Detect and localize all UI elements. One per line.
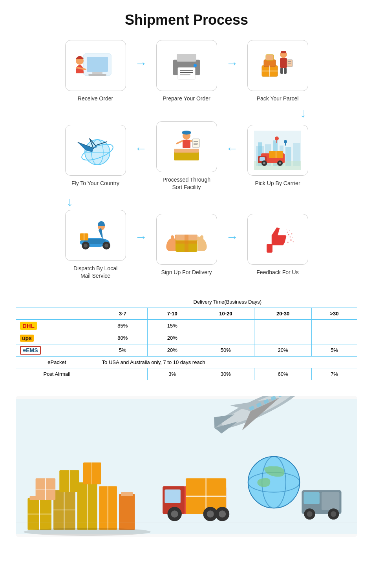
pick-carrier-icon [254, 131, 301, 170]
pack-parcel-icon [254, 46, 301, 85]
svg-rect-22 [266, 55, 274, 60]
arrow-right-3: → [135, 230, 147, 244]
dhl-20-30 [254, 319, 312, 332]
svg-point-87 [287, 242, 289, 243]
svg-point-89 [286, 229, 287, 229]
svg-point-110 [171, 510, 178, 517]
svg-point-121 [331, 511, 336, 517]
svg-rect-116 [304, 492, 319, 504]
step-label-prepare: Prepare Your Order [163, 95, 210, 103]
ups-20-30 [254, 332, 312, 344]
airmail-30plus: 7% [312, 368, 357, 380]
process-row-1: Receive Order → [16, 40, 357, 103]
delivery-table: Delivery Time(Business Days) 3-7 7-10 10… [16, 296, 357, 380]
svg-point-57 [279, 162, 281, 164]
ups-3-7: 80% [98, 332, 147, 344]
svg-point-142 [24, 528, 151, 536]
ems-7-10: 20% [147, 344, 197, 356]
step-pack-parcel: Pack Your Parcel [242, 40, 313, 103]
svg-point-88 [293, 241, 294, 242]
ems-20-30: 20% [254, 344, 312, 356]
dispatch-mail-icon [72, 216, 119, 255]
table-col-30plus: >30 [312, 308, 357, 319]
epacket-note: To USA and Australia only, 7 to 10 days … [98, 356, 357, 368]
ems-10-20: 50% [197, 344, 254, 356]
table-col-10-20: 10-20 [197, 308, 254, 319]
table-col-carrier [16, 308, 98, 319]
ups-30plus [312, 332, 357, 344]
carrier-epacket: ePacket [16, 356, 98, 368]
step-box-dispatch [65, 210, 126, 261]
table-row-dhl: DHL 85% 15% [16, 319, 357, 332]
dhl-3-7: 85% [98, 319, 147, 332]
svg-point-85 [291, 233, 293, 234]
table-col-3-7: 3-7 [98, 308, 147, 319]
ups-logo: ups [20, 335, 34, 342]
fly-country-icon [72, 131, 119, 170]
svg-rect-6 [177, 54, 196, 62]
svg-point-55 [263, 162, 265, 164]
feedback-icon [254, 220, 301, 259]
svg-rect-79 [267, 244, 272, 253]
arrow-left-1: → [135, 141, 147, 156]
svg-rect-1 [87, 57, 108, 72]
svg-point-80 [288, 234, 289, 235]
carrier-dhl: DHL [16, 319, 98, 332]
dhl-30plus [312, 319, 357, 332]
arrow-down-wrapper-1: ↓ [16, 107, 357, 119]
table-row-epacket: ePacket To USA and Australia only, 7 to … [16, 356, 357, 368]
carrier-ems: ≡EMS [16, 344, 98, 356]
ups-7-10: 20% [147, 332, 197, 344]
ems-3-7: 5% [98, 344, 147, 356]
process-section: Receive Order → [16, 40, 357, 280]
step-label-receive: Receive Order [78, 95, 113, 103]
svg-point-11 [194, 64, 197, 67]
table-header-title: Delivery Time(Business Days) [98, 296, 357, 308]
svg-rect-14 [280, 58, 287, 68]
table-row-ems: ≡EMS 5% 20% 50% 20% 5% [16, 344, 357, 356]
svg-rect-69 [171, 235, 174, 241]
svg-rect-13 [281, 51, 286, 53]
arrow-down-1: ↓ [300, 107, 306, 119]
svg-rect-35 [174, 149, 199, 153]
svg-rect-76 [176, 241, 197, 244]
svg-point-59 [284, 140, 287, 143]
page-title: Shipment Process [16, 12, 357, 28]
carrier-airmail: Post Airmail [16, 368, 98, 380]
svg-point-119 [307, 511, 313, 517]
step-fly-country: Fly To Your Country [60, 125, 131, 188]
svg-rect-16 [284, 68, 287, 74]
ems-logo: ≡EMS [20, 346, 41, 355]
table-row-airmail: Post Airmail 3% 30% 60% 7% [16, 368, 357, 380]
arrow-left-2: → [226, 141, 238, 156]
page-wrapper: Shipment Process [0, 0, 373, 553]
svg-point-112 [207, 510, 214, 517]
table-col-7-10: 7-10 [147, 308, 197, 319]
step-pick-carrier: Pick Up By Carrier [242, 125, 313, 188]
dhl-logo: DHL [20, 322, 37, 330]
step-feedback: Feedback For Us [242, 214, 313, 277]
table-header-carrier [16, 296, 98, 308]
arrow-right-2: → [226, 56, 238, 71]
step-box-fly [65, 125, 126, 176]
sign-delivery-icon [163, 220, 210, 259]
delivery-table-section: Delivery Time(Business Days) 3-7 7-10 10… [16, 296, 357, 380]
svg-rect-134 [121, 492, 133, 496]
svg-rect-3 [88, 74, 106, 76]
prepare-order-icon [163, 46, 210, 85]
table-row-ups: ups 80% 20% [16, 332, 357, 344]
svg-point-83 [290, 239, 292, 241]
step-sign-delivery: Sign Up For Delivery [151, 214, 222, 277]
table-col-20-30: 20-30 [254, 308, 312, 319]
svg-rect-15 [280, 68, 283, 74]
dhl-7-10: 15% [147, 319, 197, 332]
carrier-ups: ups [16, 332, 98, 344]
svg-rect-133 [119, 494, 135, 530]
svg-point-82 [287, 231, 288, 233]
step-dispatch-mail: Dispatch By LocalMail Service [60, 210, 131, 280]
svg-rect-7 [178, 67, 195, 79]
airmail-7-10: 3% [147, 368, 197, 380]
process-row-3: Dispatch By LocalMail Service → [16, 210, 357, 280]
svg-point-84 [289, 230, 290, 231]
step-label-sort: Processed ThroughSort Facility [163, 176, 210, 191]
